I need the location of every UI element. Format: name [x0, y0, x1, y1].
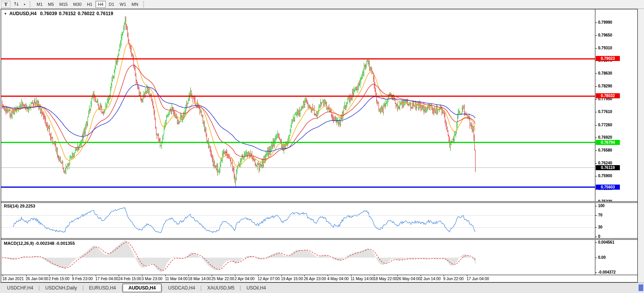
date-label: 11 Mar 04:00 [165, 277, 188, 281]
toolbar-grip[interactable] [30, 1, 32, 7]
tab-separator [240, 286, 240, 291]
chart-tab-usdchfh4[interactable]: USDCHF,H4 [2, 284, 39, 292]
timeframe-button-m1[interactable]: M1 [34, 1, 45, 8]
support-line-green[interactable] [1, 142, 595, 143]
price-tick [595, 86, 597, 87]
tab-separator [39, 286, 39, 291]
current-price-line-tag: 0.76119 [596, 165, 620, 170]
date-label: 26 Jan 04:00 [26, 277, 48, 281]
date-label: 18 Jan 2021 [2, 277, 24, 281]
dropdown-caret-icon[interactable]: ▾ [22, 1, 27, 8]
date-tick [188, 275, 189, 276]
rsi-label: RSI(14) 29.2253 [4, 204, 35, 208]
price-tick-label: 0.75900 [598, 174, 612, 178]
date-tick [281, 275, 282, 276]
date-tick [3, 275, 3, 276]
rsi-tick [595, 237, 597, 237]
chart-tab-usdcnhdaily[interactable]: USDCNH,Daily [40, 284, 82, 292]
chart-tab-xauusdm5[interactable]: XAUUSD,M5 [202, 284, 240, 292]
price-tick [595, 112, 597, 112]
chart-title: ▼ AUDUSD,H4 0.76039 0.76152 0.76022 0.76… [4, 11, 113, 16]
panel-splitter-macd[interactable] [1, 238, 637, 240]
ohlc-high: 0.76152 [59, 11, 75, 16]
date-tick [96, 275, 96, 276]
timeframe-button-d1[interactable]: D1 [107, 1, 117, 8]
date-tick [235, 275, 235, 276]
date-label: 4 May 04:00 [327, 277, 349, 281]
price-tick-label: 0.79310 [598, 46, 612, 51]
chart-symbol: AUDUSD,H4 [9, 11, 37, 16]
rsi-level-30 [1, 227, 595, 228]
price-tick-label: 0.76920 [598, 135, 612, 140]
timeframe-button-mn[interactable]: MN [129, 1, 140, 8]
date-tick [26, 275, 26, 276]
price-tick-label: 0.76580 [598, 148, 612, 153]
date-tick [49, 275, 49, 276]
price-tick-label: 0.78630 [598, 71, 612, 76]
tab-separator [122, 286, 122, 291]
time-axis[interactable]: 18 Jan 202126 Jan 04:002 Feb 15:009 Feb … [1, 275, 637, 283]
price-tick-label: 0.77260 [598, 123, 612, 127]
sort-arrows-button[interactable] [11, 1, 21, 8]
chart-tab-eurusdh4[interactable]: EURUSD,H4 [84, 284, 121, 292]
date-label: 18 Mar 14:00 [188, 277, 211, 281]
chart-tab-usoilh4[interactable]: USOil,H4 [241, 284, 271, 292]
up-down-arrows-icon [14, 1, 19, 7]
tabbar-corner-mark [639, 284, 643, 291]
timeframe-button-m15[interactable]: M15 [57, 1, 70, 8]
macd-value-signal: -0.001355 [56, 241, 75, 246]
timeframe-button-w1[interactable]: W1 [118, 1, 129, 8]
timeframe-button-h1[interactable]: H1 [84, 1, 95, 8]
date-tick [165, 275, 166, 276]
chart-window: ▼ AUDUSD,H4 0.76039 0.76152 0.76022 0.76… [1, 9, 638, 283]
date-tick [142, 275, 142, 276]
rsi-tick [595, 206, 597, 206]
date-tick [119, 275, 119, 276]
timeframe-button-m30[interactable]: M30 [71, 1, 84, 8]
tab-separator [83, 286, 83, 291]
ohlc-open: 0.76039 [40, 11, 57, 16]
resistance-line-2-tag: 0.78032 [596, 93, 620, 98]
chart-tab-usdcadh4[interactable]: USDCAD,H4 [163, 284, 200, 292]
timeframe-button-group: M1M5M15M30H1H4D1W1MN [34, 1, 141, 8]
date-label: 11 May 14:00 [351, 277, 374, 281]
panel-splitter-rsi[interactable] [1, 201, 637, 203]
date-label: 19 Apr 15:00 [281, 277, 303, 281]
text-tool-button[interactable]: T [1, 1, 11, 8]
ohlc-close: 0.76119 [97, 11, 113, 16]
chart-tab-audusdh4[interactable]: AUDUSD,H4 [123, 284, 161, 292]
date-tick [212, 275, 212, 276]
date-label: 9 Feb 23:00 [72, 277, 93, 281]
date-label: 18 May 22:00 [374, 277, 397, 281]
support-line-green-tag: 0.76794 [596, 140, 620, 145]
price-tick-label: 0.79990 [598, 20, 612, 25]
price-tick [595, 73, 597, 74]
support-line-blue[interactable] [1, 187, 595, 188]
date-tick [421, 275, 421, 276]
timeframe-button-h4[interactable]: H4 [95, 1, 105, 8]
resistance-line-2[interactable] [1, 96, 595, 97]
date-label: 24 Feb 15:00 [118, 277, 141, 281]
price-axis[interactable] [595, 9, 595, 275]
top-toolbar: T ▾ M1M5M15M30H1H4D1W1MN [0, 0, 644, 9]
symbol-dropdown-icon[interactable]: ▼ [4, 12, 7, 16]
date-label: 12 Apr 07:00 [258, 277, 280, 281]
current-price-line[interactable] [1, 167, 595, 168]
date-tick [328, 275, 328, 276]
price-tick [595, 48, 597, 49]
date-label: 26 May 04:00 [397, 277, 421, 281]
ohlc-low: 0.76022 [78, 11, 95, 16]
chart-tab-bar: USDCHF,H4USDCNH,DailyEURUSD,H4AUDUSD,H4U… [0, 283, 644, 293]
toolbar-grip-2[interactable] [143, 1, 145, 7]
rsi-tick-label: 100 [598, 204, 605, 208]
rsi-tick-label: 30 [598, 225, 602, 230]
date-tick [397, 275, 398, 276]
date-label: 17 Jun 04:00 [467, 277, 489, 281]
price-tick-label: 0.79650 [598, 33, 612, 38]
price-tick [595, 138, 597, 138]
price-tick-label: 0.78290 [598, 84, 612, 89]
date-tick [304, 275, 305, 276]
timeframe-button-m5[interactable]: M5 [46, 1, 56, 8]
resistance-line-1[interactable] [1, 58, 595, 59]
resistance-line-1-tag: 0.79023 [596, 56, 620, 61]
